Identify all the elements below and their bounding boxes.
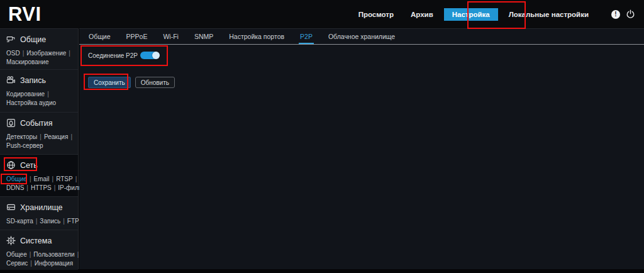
sidebar-section-record: Запись Кодирование Настройка аудио — [0, 70, 78, 113]
tab-wifi[interactable]: Wi-Fi — [162, 29, 180, 44]
sidebar-links: OSDИзображение Маскирование — [6, 49, 75, 67]
alert-icon[interactable]: ! — [611, 10, 620, 19]
nav-item-archive[interactable]: Архив — [411, 11, 433, 18]
top-bar: RVI Просмотр Архив Настройка Локальные н… — [0, 0, 644, 28]
camcorder-icon — [6, 75, 16, 85]
sidebar-section-title: События — [20, 119, 53, 128]
sidebar-link-https[interactable]: HTTPS — [31, 184, 58, 191]
sidebar-section-title: Хранилище — [20, 203, 63, 212]
tab-snmp[interactable]: SNMP — [193, 29, 214, 44]
sidebar-section-general: Общие OSDИзображение Маскирование — [0, 29, 78, 70]
sidebar-link-service[interactable]: Сервис — [6, 260, 35, 267]
sidebar-link-reaction[interactable]: Реакция — [44, 133, 75, 140]
sidebar-section-network-header[interactable]: Сеть — [6, 160, 75, 170]
p2p-connection-label: Соединение P2P — [88, 52, 140, 59]
page: RVI Просмотр Архив Настройка Локальные н… — [0, 0, 644, 273]
sidebar-links: ДетекторыРеакция Push-сервер — [6, 133, 75, 150]
sidebar-section-network: Сеть ОбщиеEmailRTSP DDNSHTTPSIP-фильтр — [0, 155, 78, 197]
sidebar-link-audio-settings[interactable]: Настройка аудио — [6, 99, 56, 106]
tab-general[interactable]: Общие — [87, 29, 112, 44]
sidebar-links: SD-картаЗаписьFTP — [6, 217, 75, 226]
gear-icon — [6, 236, 16, 245]
sidebar-section-events-header[interactable]: События — [6, 118, 75, 128]
p2p-toggle[interactable] — [140, 52, 159, 59]
sidebar-link-rtsp[interactable]: RTSP — [56, 176, 79, 182]
nav-item-settings[interactable]: Настройка — [444, 8, 498, 21]
tab-cloud-storage[interactable]: Облачное хранилище — [327, 29, 396, 44]
brand-logo: RVI — [8, 3, 42, 26]
sidebar-link-ftp[interactable]: FTP — [67, 218, 79, 225]
sidebar-link-system-general[interactable]: Общее — [6, 251, 33, 258]
top-nav: Просмотр Архив Настройка Локальные настр… — [358, 0, 644, 28]
sidebar-links: ОбщееПользователи СервисИнформация — [6, 250, 75, 268]
sidebar-link-image[interactable]: Изображение — [26, 50, 73, 57]
sidebar-section-record-header[interactable]: Запись — [6, 75, 75, 86]
sidebar-section-title: Общие — [20, 35, 46, 44]
sidebar-section-title: Сеть — [20, 161, 38, 170]
nav-item-preview[interactable]: Просмотр — [358, 11, 394, 18]
sidebar-section-storage-header[interactable]: Хранилище — [6, 202, 75, 213]
alarm-icon — [6, 118, 16, 128]
sidebar-section-title: Система — [20, 237, 52, 245]
sidebar-link-users[interactable]: Пользователи — [33, 251, 81, 258]
storage-icon — [6, 203, 16, 212]
p2p-toggle-knob — [152, 52, 160, 59]
sidebar-link-network-general[interactable]: Общие — [6, 176, 34, 182]
nav-item-local-settings[interactable]: Локальные настройки — [509, 11, 589, 18]
sidebar-link-detectors[interactable]: Детекторы — [6, 133, 44, 140]
sidebar-link-encoding[interactable]: Кодирование — [6, 91, 52, 98]
sidebar-links: Кодирование Настройка аудио — [6, 90, 75, 108]
main-panel: Общие PPPoE Wi-Fi SNMP Настройка портов … — [79, 28, 644, 269]
tab-port-settings[interactable]: Настройка портов — [228, 29, 286, 44]
tab-bar: Общие PPPoE Wi-Fi SNMP Настройка портов … — [79, 29, 644, 45]
sidebar-link-information[interactable]: Информация — [35, 260, 73, 267]
button-row: Сохранить Обновить — [88, 77, 644, 88]
sidebar-link-ddns[interactable]: DDNS — [6, 184, 31, 191]
globe-icon — [6, 160, 16, 170]
sidebar-section-storage: Хранилище SD-картаЗаписьFTP — [0, 197, 78, 230]
sidebar-link-sd-card[interactable]: SD-карта — [6, 218, 40, 225]
p2p-connection-row: Соединение P2P — [88, 48, 644, 62]
sidebar-link-push-server[interactable]: Push-сервер — [6, 142, 43, 149]
sidebar-section-system: Система ОбщееПользователи СервисИнформац… — [0, 230, 78, 270]
sidebar-section-system-header[interactable]: Система — [6, 235, 75, 246]
sidebar-section-events: События ДетекторыРеакция Push-сервер — [0, 113, 78, 155]
tab-pppoe[interactable]: PPPoE — [125, 29, 149, 44]
sidebar-link-masking[interactable]: Маскирование — [6, 58, 49, 65]
tab-p2p[interactable]: P2P — [299, 29, 314, 44]
sidebar-section-title: Запись — [20, 76, 46, 85]
sidebar-section-general-header[interactable]: Общие — [6, 34, 75, 45]
power-icon[interactable] — [626, 9, 635, 19]
sidebar-link-storage-record[interactable]: Запись — [40, 218, 67, 225]
sidebar-links: ОбщиеEmailRTSP DDNSHTTPSIP-фильтр — [6, 175, 75, 192]
sidebar-link-email[interactable]: Email — [34, 176, 57, 182]
refresh-button[interactable]: Обновить — [135, 77, 175, 88]
cctv-camera-icon — [6, 35, 16, 44]
save-button[interactable]: Сохранить — [88, 77, 131, 88]
sidebar-link-osd[interactable]: OSD — [6, 50, 26, 57]
sidebar: Общие OSDИзображение Маскирование З — [0, 28, 79, 269]
